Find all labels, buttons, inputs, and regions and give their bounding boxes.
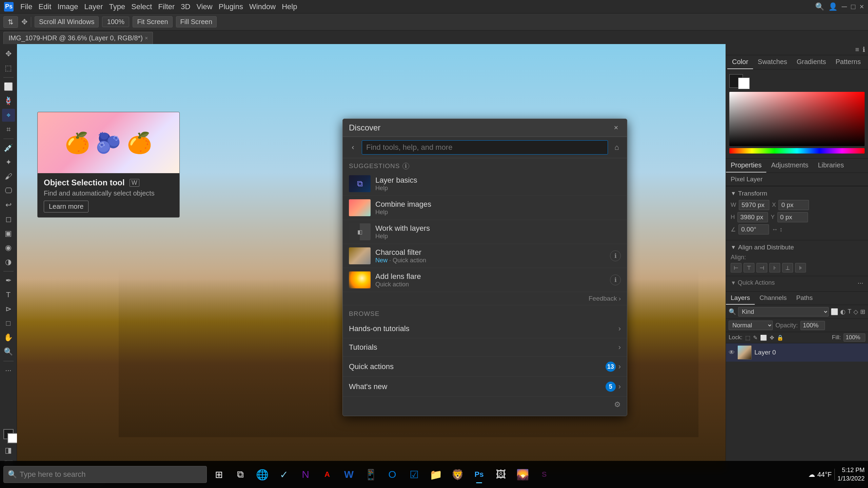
menu-view[interactable]: View (196, 2, 212, 11)
suggestion-charcoal-filter[interactable]: Charcoal filter New · Quick action ℹ (343, 244, 627, 268)
object-selection-tool[interactable]: ⌖ (2, 109, 15, 122)
canvas-area[interactable]: 🍊 🫐 🍊 Object Selection tool W Find and a… (17, 44, 726, 471)
menu-image[interactable]: Image (57, 2, 78, 11)
layer-visibility-toggle[interactable]: 👁 (729, 349, 735, 356)
path-selection-tool[interactable]: ⊳ (2, 303, 15, 316)
menu-window[interactable]: Window (249, 2, 276, 11)
tab-adjustments[interactable]: Adjustments (766, 159, 813, 172)
tab-patterns[interactable]: Patterns (831, 55, 865, 69)
transform-section-title[interactable]: ▼ Transform (731, 190, 863, 197)
tab-channels[interactable]: Channels (755, 292, 791, 305)
discover-back-button[interactable]: ‹ (348, 142, 358, 153)
move-tool[interactable]: ✥ (2, 47, 15, 60)
artboard-tool[interactable]: ⬚ (2, 62, 15, 75)
taskbar-your-phone-button[interactable]: 📱 (361, 465, 380, 484)
transform-y-input[interactable] (777, 212, 808, 222)
menu-3d[interactable]: 3D (181, 2, 190, 11)
taskbar-edge-button[interactable]: 🌐 (252, 465, 272, 484)
hand-tool[interactable]: ✋ (2, 331, 15, 344)
healing-tool[interactable]: ✦ (2, 156, 15, 169)
color-gradient-picker[interactable] (729, 92, 865, 146)
history-brush-tool[interactable]: ↩ (2, 199, 15, 211)
fill-input[interactable] (844, 333, 865, 342)
more-tools[interactable]: ··· (2, 364, 15, 377)
suggestion-add-lens-flare[interactable]: Add lens flare Quick action ℹ (343, 268, 627, 292)
layer-text-icon[interactable]: T (848, 308, 851, 316)
maximize-icon[interactable]: □ (851, 2, 855, 11)
learn-more-button[interactable]: Learn more (44, 201, 88, 212)
lock-artboard-icon[interactable]: ⬜ (760, 334, 767, 341)
active-document-tab[interactable]: IMG_1079-HDR @ 36.6% (Layer 0, RGB/8*) × (3, 32, 153, 44)
crop-tool[interactable]: ⌗ (2, 123, 15, 136)
discover-home-button[interactable]: ⌂ (611, 142, 622, 153)
pen-tool[interactable]: ✒ (2, 274, 15, 287)
menu-filter[interactable]: Filter (158, 2, 175, 11)
fit-screen-button[interactable]: Fit Screen (133, 16, 172, 27)
background-color-swatch[interactable] (7, 433, 18, 443)
taskbar-start-button[interactable]: ⊞ (209, 465, 229, 484)
taskbar-task-view-button[interactable]: ⧉ (231, 465, 250, 484)
taskbar-photoshop-button[interactable]: Ps (469, 465, 489, 484)
search-icon[interactable]: 🔍 (815, 2, 824, 11)
shape-tool[interactable]: □ (2, 317, 15, 330)
layer-adjust-icon[interactable]: ◐ (840, 308, 846, 316)
taskbar-img-file-button[interactable]: 🖼 (491, 465, 511, 484)
transform-w-input[interactable] (739, 200, 769, 210)
align-center-button[interactable]: ⊤ (744, 263, 754, 272)
layer-pixel-icon[interactable]: ⬜ (831, 308, 838, 316)
minimize-icon[interactable]: ─ (842, 2, 847, 11)
quick-actions-more-button[interactable]: ··· (857, 279, 863, 287)
discover-search-input[interactable] (362, 140, 608, 155)
tab-gradients[interactable]: Gradients (792, 55, 831, 69)
lock-position-icon[interactable]: ✥ (770, 334, 774, 341)
fill-screen-button[interactable]: Fill Screen (176, 16, 217, 27)
foreground-color-swatch[interactable] (3, 429, 14, 439)
tab-libraries[interactable]: Libraries (813, 159, 849, 172)
taskbar-outlook-button[interactable]: O (382, 465, 402, 484)
transform-x-input[interactable] (778, 200, 809, 210)
tool-preset-button[interactable]: ⇅ (3, 16, 18, 28)
taskbar-word-button[interactable]: W (339, 465, 359, 484)
discover-close-button[interactable]: × (611, 123, 621, 133)
eraser-tool[interactable]: ◻ (2, 213, 15, 226)
tab-color[interactable]: Color (727, 55, 753, 69)
taskbar-search-box[interactable]: 🔍 Type here to search (3, 466, 207, 483)
menu-help[interactable]: Help (282, 2, 297, 11)
scroll-all-windows-button[interactable]: Scroll All Windows (35, 16, 99, 27)
menu-file[interactable]: File (20, 2, 32, 11)
lock-transparent-icon[interactable]: ⬚ (745, 334, 750, 341)
tab-paths[interactable]: Paths (791, 292, 817, 305)
tab-properties[interactable]: Properties (726, 159, 766, 172)
browse-tutorials[interactable]: Tutorials › (343, 338, 627, 357)
taskbar-todo-button[interactable]: ☑ (404, 465, 424, 484)
clock[interactable]: 5:12 PM 1/13/2022 (837, 466, 865, 483)
lasso-tool[interactable]: 🪢 (2, 95, 15, 107)
transform-angle-input[interactable] (738, 224, 769, 235)
background-swatch[interactable] (738, 78, 750, 89)
feedback-button[interactable]: Feedback › (343, 292, 627, 305)
layer-0-row[interactable]: 👁 Layer 0 (726, 343, 868, 362)
align-top-button[interactable]: ⊦ (769, 263, 780, 272)
opacity-input[interactable] (801, 321, 825, 330)
tab-close-button[interactable]: × (145, 35, 148, 41)
menu-type[interactable]: Type (109, 2, 125, 11)
browse-whats-new[interactable]: What's new 5 › (343, 377, 627, 397)
dodge-tool[interactable]: ◑ (2, 256, 15, 268)
taskbar-photos-button[interactable]: 🌄 (513, 465, 532, 484)
menu-edit[interactable]: Edit (38, 2, 51, 11)
suggestions-info-icon[interactable]: ℹ (402, 163, 409, 169)
gradient-tool[interactable]: ▣ (2, 227, 15, 240)
lock-all-icon[interactable]: 🔒 (777, 334, 784, 341)
layer-filter-select[interactable]: Kind (738, 307, 829, 317)
taskbar-adobe-button[interactable]: A (317, 465, 337, 484)
clone-stamp-tool[interactable]: 🖵 (2, 184, 15, 197)
lock-image-icon[interactable]: ✎ (753, 334, 757, 341)
close-icon[interactable]: × (860, 2, 864, 11)
text-tool[interactable]: T (2, 288, 15, 301)
align-bottom-button[interactable]: ⊧ (795, 263, 806, 272)
align-middle-button[interactable]: ⊥ (782, 263, 793, 272)
suggestion-combine-images[interactable]: Combine images Help (343, 196, 627, 220)
suggestion-layer-basics[interactable]: ⧉ Layer basics Help (343, 172, 627, 196)
menu-layer[interactable]: Layer (84, 2, 103, 11)
tab-layers[interactable]: Layers (726, 292, 755, 305)
